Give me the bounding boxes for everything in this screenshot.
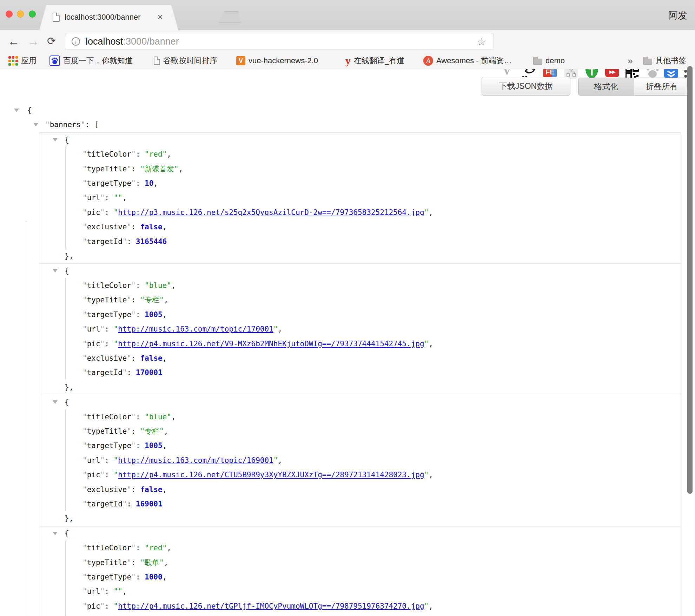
collapse-triangle[interactable] — [53, 269, 58, 273]
json-field-titleColor: "titleColor": "red", — [40, 147, 681, 162]
collapse-triangle[interactable] — [14, 109, 19, 112]
zoom-window-button[interactable] — [29, 11, 36, 18]
bookmarks-bar: 应用 百度一下，你就知道 谷歌按时间排序 V vue-hackernews-2.… — [0, 53, 695, 69]
pic-url-link[interactable]: http://p3.music.126.net/s25q2x5QyqsAzilC… — [118, 208, 424, 217]
json-field-targetId: "targetId": 169001 — [40, 497, 681, 511]
json-array-item-box: { "titleColor": "blue", "typeTitle": "专栏… — [40, 263, 681, 395]
json-array-item-box: { "titleColor": "red", "typeTitle": "歌单"… — [40, 526, 681, 616]
active-tab[interactable]: localhost:3000/banner × — [39, 5, 178, 30]
json-field-targetId: "targetId": 3165446 — [40, 235, 681, 249]
json-field-exclusive: "exclusive": false, — [40, 220, 681, 234]
collapse-triangle[interactable] — [53, 400, 58, 404]
string-value: "专栏" — [140, 427, 164, 435]
bookmark-label: 百度一下，你就知道 — [63, 55, 133, 66]
json-array-item-box: { "titleColor": "blue", "typeTitle": "专栏… — [40, 395, 681, 526]
json-field-pic: "pic": "http://p3.music.126.net/s25q2x5Q… — [40, 205, 681, 220]
bookmark-label: 谷歌按时间排序 — [163, 55, 217, 66]
number-value: 10 — [145, 179, 153, 188]
number-value: 1005 — [145, 441, 163, 450]
bookmark-apps[interactable]: 应用 — [8, 53, 37, 69]
folder-icon — [533, 59, 542, 65]
close-window-button[interactable] — [6, 11, 13, 18]
object-open-brace: { — [65, 267, 69, 275]
vertical-scrollbar-thumb[interactable] — [687, 66, 693, 494]
tab-close-icon[interactable]: × — [158, 12, 163, 22]
tab-title: localhost:3000/banner — [65, 13, 141, 22]
bookmark-google-sort[interactable]: 谷歌按时间排序 — [154, 53, 217, 69]
object-open-brace: { — [65, 529, 69, 538]
baidu-paw-icon — [49, 55, 60, 66]
json-field-pic: "pic": "http://p4.music.126.net/V9-MXz6b… — [40, 337, 681, 351]
json-banners-key-line: "banners": [ — [0, 118, 695, 132]
collapse-triangle[interactable] — [53, 138, 58, 142]
collapse-triangle[interactable] — [33, 123, 38, 126]
back-button[interactable]: ← — [8, 33, 20, 49]
download-json-button[interactable]: 下载JSON数据 — [482, 77, 570, 96]
url-link[interactable]: http://music.163.com/m/topic/169001 — [118, 456, 273, 465]
number-value: 170001 — [136, 368, 163, 377]
pic-url-link[interactable]: http://p4.music.126.net/tGPljf-IMOCyPvum… — [118, 602, 424, 610]
json-field-targetType: "targetType": 1005, — [40, 439, 681, 453]
empty-string-value: "" — [114, 194, 123, 202]
string-value: "新碟首发" — [140, 165, 178, 173]
object-close-line: }, — [40, 380, 681, 395]
pic-url-link[interactable]: http://p4.music.126.net/CTU5B9R9y3XyYBZX… — [118, 471, 424, 479]
object-open-brace: { — [65, 398, 69, 406]
page-info-icon[interactable]: i — [72, 37, 80, 46]
root-open-brace: { — [27, 106, 32, 114]
minimize-window-button[interactable] — [17, 11, 24, 18]
string-value: "blue" — [145, 413, 171, 421]
bookmark-star-icon[interactable]: ☆ — [477, 36, 486, 48]
bookmark-label: 应用 — [21, 55, 37, 66]
profile-name[interactable]: 阿发 — [668, 9, 687, 22]
forward-button[interactable]: → — [27, 33, 39, 49]
format-button[interactable]: 格式化 — [578, 78, 634, 95]
other-bookmarks[interactable]: 其他书签 — [643, 53, 686, 69]
json-field-typeTitle: "typeTitle": "专栏", — [40, 293, 681, 307]
json-field-typeTitle: "typeTitle": "专栏", — [40, 424, 681, 439]
page-icon — [154, 57, 160, 65]
collapse-triangle[interactable] — [53, 532, 58, 535]
pic-url-link[interactable]: http://p4.music.126.net/V9-MXz6b2MNhEKju… — [118, 340, 424, 348]
banners-key: banners — [50, 120, 81, 129]
bookmark-youdao[interactable]: y 在线翻译_有道 — [345, 53, 404, 69]
colon: : — [85, 120, 94, 129]
collapse-all-button[interactable]: 折叠所有 — [634, 78, 690, 95]
json-field-pic: "pic": "http://p4.music.126.net/CTU5B9R9… — [40, 468, 681, 482]
json-field-targetType: "targetType": 1000, — [40, 570, 681, 584]
json-field-url: "url": "", — [40, 584, 681, 599]
object-close-brace: }, — [65, 252, 73, 260]
bookmark-demo-folder[interactable]: demo — [533, 53, 565, 69]
bookmarks-overflow-chevron[interactable]: » — [628, 53, 633, 69]
bookmark-awesomes[interactable]: A Awesomes - 前端资… — [423, 53, 512, 69]
reload-button[interactable]: ⟳ — [47, 33, 56, 49]
json-field-targetType: "targetType": 10, — [40, 176, 681, 191]
indent-guide-root — [27, 221, 27, 616]
json-field-targetId: "targetId": 170001 — [40, 366, 681, 380]
bookmark-vue-hackernews[interactable]: V vue-hackernews-2.0 — [236, 53, 318, 69]
url-host: localhost — [86, 36, 123, 47]
folder-icon — [643, 59, 652, 65]
page-icon — [53, 13, 60, 22]
bookmark-baidu[interactable]: 百度一下，你就知道 — [49, 53, 133, 69]
json-field-exclusive: "exclusive": false, — [40, 351, 681, 366]
boolean-value: false — [140, 223, 162, 231]
url-link[interactable]: http://music.163.com/m/topic/170001 — [118, 325, 273, 333]
object-close-brace: }, — [65, 514, 73, 523]
url-text[interactable]: localhost:3000/banner — [86, 36, 179, 47]
json-field-url: "url": "", — [40, 191, 681, 205]
boolean-value: false — [140, 485, 162, 494]
new-tab-button[interactable] — [218, 11, 241, 23]
string-value: "blue" — [145, 281, 171, 290]
address-bar[interactable]: i localhost:3000/banner ☆ — [65, 33, 494, 50]
number-value: 1005 — [145, 310, 163, 319]
object-close-line: }, — [40, 511, 681, 526]
youdao-y-icon: y — [345, 56, 351, 65]
string-value: "red" — [145, 150, 167, 158]
number-value: 169001 — [136, 500, 163, 508]
json-field-titleColor: "titleColor": "blue", — [40, 410, 681, 424]
url-path: :3000/banner — [123, 36, 179, 47]
number-value: 1000 — [145, 573, 163, 581]
object-open-brace: { — [65, 136, 69, 144]
view-mode-button-group: 格式化 折叠所有 — [578, 78, 690, 96]
